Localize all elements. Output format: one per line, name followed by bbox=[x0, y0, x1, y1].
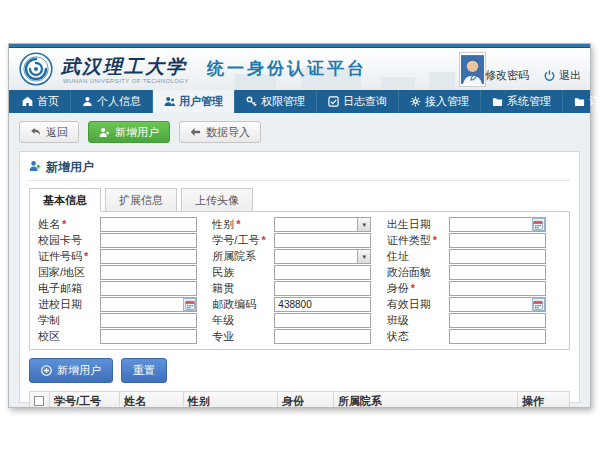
section-title-text: 新增用户 bbox=[46, 159, 94, 176]
grade-input[interactable] bbox=[274, 313, 371, 328]
form-field-education-length: 学制 bbox=[38, 313, 212, 328]
nav-item-permission-management[interactable]: 权限管理 bbox=[235, 90, 317, 113]
field-input-wrap bbox=[274, 281, 371, 296]
change-password-link[interactable]: 修改密码 bbox=[470, 68, 529, 83]
nav-item-profile[interactable]: 个人信息 bbox=[71, 90, 153, 113]
field-input-wrap bbox=[100, 281, 197, 296]
form-field-id-number: 证件号码* bbox=[38, 249, 212, 264]
field-label: 姓名* bbox=[38, 217, 100, 232]
field-label: 出生日期 bbox=[387, 217, 449, 232]
field-input-wrap bbox=[274, 313, 371, 328]
major-input[interactable] bbox=[274, 329, 371, 344]
field-input-wrap bbox=[100, 329, 197, 344]
nav-item-label: 权限管理 bbox=[261, 94, 305, 109]
nav-item-label: 订阅管理 bbox=[589, 94, 600, 109]
select-all-checkbox[interactable] bbox=[34, 396, 44, 406]
user-table: 学号/工号姓名性别身份所属院系操作 bbox=[29, 391, 570, 407]
building-silhouette bbox=[429, 72, 455, 90]
user-add-icon bbox=[29, 160, 41, 175]
campus-card-no-input[interactable] bbox=[100, 233, 197, 248]
required-asterisk: * bbox=[433, 234, 437, 246]
form-field-grade: 年级 bbox=[212, 313, 386, 328]
nav-item-system-management[interactable]: 系统管理 bbox=[481, 90, 563, 113]
form-field-country-region: 国家/地区 bbox=[38, 265, 212, 280]
form-field-native-place: 籍贯 bbox=[212, 281, 386, 296]
form-field-enroll-date: 进校日期 bbox=[38, 297, 212, 312]
submit-add-user-button[interactable]: 新增用户 bbox=[29, 358, 113, 382]
change-password-label: 修改密码 bbox=[485, 68, 529, 83]
table-column-header: 操作 bbox=[518, 391, 570, 407]
field-label: 籍贯 bbox=[212, 281, 274, 296]
field-label: 身份* bbox=[387, 281, 449, 296]
section-title: 新增用户 bbox=[29, 156, 570, 181]
form-field-id-type: 证件类型* bbox=[387, 233, 561, 248]
political-status-input[interactable] bbox=[449, 265, 546, 280]
tab-upload-avatar[interactable]: 上传头像 bbox=[181, 188, 253, 212]
field-label: 班级 bbox=[387, 313, 449, 328]
field-input-wrap bbox=[449, 217, 546, 232]
reset-button[interactable]: 重置 bbox=[121, 358, 167, 382]
form-field-name: 姓名* bbox=[38, 217, 212, 232]
calendar-icon[interactable] bbox=[532, 218, 545, 231]
calendar-icon[interactable] bbox=[532, 298, 545, 311]
new-user-panel: 新增用户 基本信息扩展信息上传头像 姓名*性别*▼出生日期校园卡号学号/工号*证… bbox=[19, 151, 580, 403]
field-label: 电子邮箱 bbox=[38, 281, 100, 296]
nav-item-access-management[interactable]: 接入管理 bbox=[399, 90, 481, 113]
form-field-campus-card-no: 校园卡号 bbox=[38, 233, 212, 248]
back-button[interactable]: 返回 bbox=[19, 121, 79, 143]
field-label: 住址 bbox=[387, 249, 449, 264]
users-icon bbox=[164, 96, 175, 107]
field-input-wrap bbox=[100, 265, 197, 280]
reset-label: 重置 bbox=[133, 363, 155, 377]
toolbar-add-user-label: 新增用户 bbox=[115, 125, 159, 139]
dropdown-arrow-icon[interactable]: ▼ bbox=[357, 250, 370, 263]
key-icon bbox=[246, 96, 257, 107]
native-place-input[interactable] bbox=[274, 281, 371, 296]
nav-item-subscription-management[interactable]: 订阅管理 bbox=[563, 90, 600, 113]
education-length-input[interactable] bbox=[100, 313, 197, 328]
field-input-wrap: ▼ bbox=[274, 217, 371, 232]
form-field-major: 专业 bbox=[212, 329, 386, 344]
dropdown-arrow-icon[interactable]: ▼ bbox=[357, 218, 370, 231]
status-input[interactable] bbox=[449, 329, 546, 344]
tab-basic-info[interactable]: 基本信息 bbox=[29, 188, 101, 212]
postal-code-input[interactable] bbox=[274, 297, 371, 312]
field-label: 校园卡号 bbox=[38, 233, 100, 248]
campus-input[interactable] bbox=[100, 329, 197, 344]
table-column-header: 所属院系 bbox=[334, 391, 518, 407]
field-input-wrap bbox=[449, 313, 546, 328]
form-field-identity: 身份* bbox=[387, 281, 561, 296]
identity-input[interactable] bbox=[449, 281, 546, 296]
data-import-button[interactable]: 数据导入 bbox=[179, 121, 261, 143]
student-id-input[interactable] bbox=[274, 233, 371, 248]
field-label: 证件类型* bbox=[387, 233, 449, 248]
calendar-icon[interactable] bbox=[183, 298, 196, 311]
form-field-status: 状态 bbox=[387, 329, 561, 344]
id-number-input[interactable] bbox=[100, 249, 197, 264]
required-asterisk: * bbox=[84, 250, 88, 262]
logout-link[interactable]: 退出 bbox=[544, 68, 581, 83]
form-field-ethnicity: 民族 bbox=[212, 265, 386, 280]
id-type-input[interactable] bbox=[449, 233, 546, 248]
ethnicity-input[interactable] bbox=[274, 265, 371, 280]
table-column-header: 学号/工号 bbox=[50, 391, 120, 407]
nav-item-log-query[interactable]: 日志查询 bbox=[317, 90, 399, 113]
name-input[interactable] bbox=[100, 217, 197, 232]
address-input[interactable] bbox=[449, 249, 546, 264]
field-label: 证件号码* bbox=[38, 249, 100, 264]
nav-item-home[interactable]: 首页 bbox=[11, 90, 71, 113]
field-label: 专业 bbox=[212, 329, 274, 344]
plus-circle-icon bbox=[41, 365, 52, 376]
country-region-input[interactable] bbox=[100, 265, 197, 280]
checklist-icon bbox=[328, 96, 339, 107]
field-input-wrap bbox=[274, 265, 371, 280]
toolbar-add-user-button[interactable]: 新增用户 bbox=[88, 121, 170, 143]
email-input[interactable] bbox=[100, 281, 197, 296]
nav-item-user-management[interactable]: 用户管理 bbox=[153, 90, 235, 113]
tab-extended-info[interactable]: 扩展信息 bbox=[105, 188, 177, 212]
class-input[interactable] bbox=[449, 313, 546, 328]
content-area: 返回 新增用户 数据导入 新增用户 基本信息 bbox=[9, 113, 590, 407]
field-input-wrap bbox=[100, 313, 197, 328]
field-input-wrap bbox=[449, 265, 546, 280]
form-field-student-id: 学号/工号* bbox=[212, 233, 386, 248]
